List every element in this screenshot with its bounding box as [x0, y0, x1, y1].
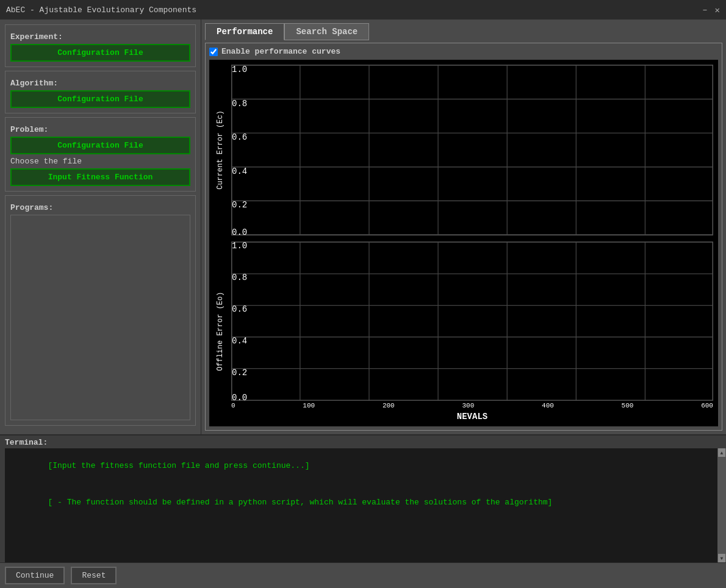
x-axis-label: NEVALS [231, 412, 713, 421]
bottom-bar: Continue Reset [0, 562, 726, 588]
svg-text:0.4: 0.4 [232, 166, 247, 176]
terminal-section: Terminal: [Input the fitness function fi… [0, 434, 726, 588]
charts-area: Current Error (Ec) [209, 60, 718, 426]
main-container: Experiment: Configuration File Algorithm… [0, 20, 726, 588]
title-bar: AbEC - Ajustable Evolutionary Components… [0, 0, 726, 20]
svg-text:0.0: 0.0 [232, 393, 247, 400]
window-controls: – ✕ [702, 5, 720, 15]
experiment-section: Experiment: Configuration File [5, 24, 196, 67]
experiment-label: Experiment: [10, 32, 190, 41]
reset-button[interactable]: Reset [71, 567, 117, 584]
chart1-container: Current Error (Ec) [209, 65, 713, 235]
svg-text:0.6: 0.6 [232, 304, 247, 314]
tab-content-performance: Enable performance curves Current Error … [205, 43, 722, 431]
experiment-config-button[interactable]: Configuration File [10, 44, 190, 62]
problem-label: Problem: [10, 125, 190, 134]
problem-section: Problem: Configuration File Choose the f… [5, 117, 196, 192]
svg-text:1.0: 1.0 [232, 65, 247, 74]
chart2-y-label: Offline Error (Eo) [209, 242, 231, 421]
svg-text:0.2: 0.2 [232, 367, 247, 377]
tab-search-space[interactable]: Search Space [284, 23, 369, 40]
svg-text:0.0: 0.0 [232, 227, 247, 235]
enable-curves-checkbox[interactable] [209, 48, 218, 56]
app-title: AbEC - Ajustable Evolutionary Components [6, 5, 196, 15]
input-fitness-button[interactable]: Input Fitness Function [10, 168, 190, 186]
algorithm-section: Algorithm: Configuration File [5, 71, 196, 113]
terminal-header: Terminal: [0, 436, 726, 448]
right-panel: Performance Search Space Enable performa… [201, 20, 726, 434]
svg-text:0.8: 0.8 [232, 98, 247, 109]
programs-list [10, 215, 190, 420]
terminal-scrollbar[interactable]: ▲ ▼ [717, 448, 726, 562]
problem-config-button[interactable]: Configuration File [10, 137, 190, 154]
chart2-svg: 1.0 0.8 0.6 0.4 0.2 0.0 [232, 242, 713, 400]
minimize-button[interactable]: – [702, 5, 707, 15]
algorithm-label: Algorithm: [10, 79, 190, 88]
chart1-grid: 1.0 0.8 0.6 0.4 0.2 0.0 [231, 65, 713, 235]
svg-text:0.8: 0.8 [232, 273, 247, 282]
tabs-row: Performance Search Space [205, 23, 722, 40]
terminal-body: [Input the fitness function file and pre… [5, 448, 717, 562]
algorithm-config-button[interactable]: Configuration File [10, 90, 190, 108]
svg-text:0.4: 0.4 [232, 336, 247, 346]
terminal-body-wrapper: [Input the fitness function file and pre… [0, 448, 726, 562]
terminal-line3: [ - The function should be defined in a … [48, 498, 552, 507]
programs-label: Programs: [10, 203, 190, 212]
tab-performance[interactable]: Performance [205, 23, 284, 40]
close-button[interactable]: ✕ [715, 5, 720, 15]
enable-curves-row: Enable performance curves [209, 47, 718, 56]
chart1-inner: 1.0 0.8 0.6 0.4 0.2 0.0 [231, 65, 713, 235]
chart1-svg: 1.0 0.8 0.6 0.4 0.2 0.0 [232, 65, 713, 235]
enable-curves-label: Enable performance curves [221, 47, 340, 56]
svg-text:0.6: 0.6 [232, 132, 247, 143]
scrollbar-up-arrow[interactable]: ▲ [718, 448, 725, 457]
left-panel: Experiment: Configuration File Algorithm… [0, 20, 201, 434]
scrollbar-down-arrow[interactable]: ▼ [718, 554, 725, 562]
chart2-grid: 1.0 0.8 0.6 0.4 0.2 0.0 [231, 242, 713, 401]
top-area: Experiment: Configuration File Algorithm… [0, 20, 726, 434]
svg-text:1.0: 1.0 [232, 242, 247, 251]
terminal-line1: [Input the fitness function file and pre… [48, 461, 309, 470]
svg-text:0.2: 0.2 [232, 200, 247, 210]
continue-button[interactable]: Continue [5, 567, 65, 584]
programs-section: Programs: [5, 195, 196, 426]
x-axis-ticks: 0 100 200 300 400 500 600 [231, 401, 713, 409]
chart1-y-label: Current Error (Ec) [209, 65, 231, 235]
choose-file-label: Choose the file [10, 157, 190, 166]
chart2-inner: 1.0 0.8 0.6 0.4 0.2 0.0 0 100 [231, 242, 713, 421]
chart2-container: Offline Error (Eo) [209, 242, 713, 421]
